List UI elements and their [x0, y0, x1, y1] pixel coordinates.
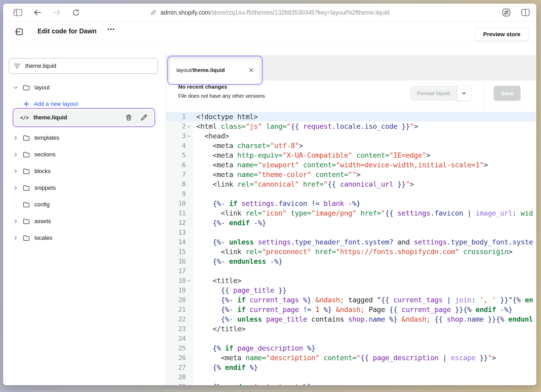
- code-line[interactable]: </title>: [192, 324, 536, 334]
- delete-file-icon[interactable]: [125, 114, 133, 121]
- line-number: 2: [166, 121, 192, 131]
- folder-icon: [22, 217, 30, 225]
- code-line[interactable]: <link rel="icon" type="image/png" href="…: [192, 208, 536, 218]
- fold-toggle-icon[interactable]: [187, 135, 191, 137]
- code-line[interactable]: {% render 'meta-tags' %}: [192, 382, 536, 385]
- sidebar-item-templates[interactable]: templates: [13, 133, 59, 143]
- line-number: 16: [166, 256, 192, 266]
- format-liquid-button[interactable]: Format liquid: [410, 86, 457, 101]
- sidebar-item-blocks[interactable]: blocks: [13, 166, 51, 176]
- chevron-right-icon[interactable]: [13, 135, 19, 141]
- code-line[interactable]: <html class="js" lang="{{ request.locale…: [192, 121, 536, 131]
- code-line[interactable]: [192, 228, 536, 237]
- tab-bar: layout/theme.liquid: [166, 55, 536, 81]
- code-line[interactable]: {%- unless settings.type_header_font.sys…: [192, 237, 536, 247]
- code-line[interactable]: {%- unless page_title contains shop.name…: [192, 314, 536, 324]
- address-bar[interactable]: admin.shopify.com/store/rzq1xu-f5/themes…: [150, 4, 390, 21]
- folder-icon: [22, 201, 30, 209]
- chevron-right-icon[interactable]: [13, 151, 19, 158]
- code-line[interactable]: <meta http-equiv="X-UA-Compatible" conte…: [192, 150, 536, 160]
- line-number: 13: [166, 228, 192, 237]
- line-number: 26: [166, 353, 192, 363]
- code-line[interactable]: {%- if current_page != 1 %} &ndash; Page…: [192, 305, 536, 314]
- sidebar-item-sections[interactable]: sections: [13, 149, 56, 160]
- code-line[interactable]: <meta name="theme-color" content="">: [192, 170, 536, 179]
- sidebar-item-snippets[interactable]: snippets: [13, 183, 56, 193]
- code-line[interactable]: {% endif %}: [192, 363, 536, 372]
- code-line[interactable]: [192, 372, 536, 382]
- chevron-right-icon[interactable]: [13, 185, 19, 191]
- code-line[interactable]: {% if page_description %}: [192, 343, 536, 353]
- chevron-right-icon[interactable]: [13, 235, 19, 241]
- split-view-icon[interactable]: [521, 9, 530, 16]
- line-number: 1: [166, 112, 192, 121]
- sidebar-item-layout[interactable]: layout: [13, 82, 50, 93]
- status-title: No recent changes: [178, 84, 227, 90]
- page-settings-icon[interactable]: [502, 8, 511, 17]
- preview-store-button[interactable]: Preview store: [475, 28, 529, 41]
- format-dropdown-button[interactable]: [457, 86, 471, 101]
- tab-path-prefix: layout/: [176, 67, 193, 73]
- code-line[interactable]: <!doctype html>: [192, 112, 536, 121]
- code-line[interactable]: <head>: [192, 131, 536, 141]
- sidebar-item-config[interactable]: config: [13, 199, 50, 210]
- tab-layout-theme-liquid[interactable]: layout/theme.liquid: [170, 59, 260, 81]
- code-line[interactable]: {%- endunless -%}: [192, 256, 536, 266]
- line-number: 12: [166, 218, 192, 228]
- sidebar-item-label: layout: [34, 84, 50, 91]
- folder-icon: [22, 234, 30, 242]
- chevron-down-icon[interactable]: [13, 84, 19, 91]
- sidebar-item-label: sections: [34, 151, 56, 158]
- code-line[interactable]: {{ page_title }}: [192, 285, 536, 295]
- code-line[interactable]: <meta name="viewport" content="width=dev…: [192, 160, 536, 170]
- rename-file-icon[interactable]: [140, 114, 148, 121]
- selected-file-annotation: </> theme.liquid: [13, 108, 155, 127]
- line-number: 4: [166, 141, 192, 150]
- save-button[interactable]: Save: [494, 86, 521, 101]
- sidebar-item-label: assets: [34, 218, 51, 225]
- fold-toggle-icon[interactable]: [187, 280, 191, 282]
- line-number: 6: [166, 160, 192, 170]
- url-path: /store/rzq1xu-f5/themes/132683530345?key…: [210, 9, 390, 16]
- sidebar-item-locales[interactable]: locales: [13, 233, 52, 243]
- code-line[interactable]: {%- endif -%}: [192, 218, 536, 228]
- sidebar-item-theme-liquid[interactable]: </> theme.liquid: [15, 110, 153, 125]
- chevron-right-icon[interactable]: [13, 168, 19, 174]
- plus-icon: [23, 101, 30, 107]
- code-line[interactable]: [192, 334, 536, 343]
- sidebar-item-assets[interactable]: assets: [13, 216, 51, 226]
- code-line[interactable]: <link rel="canonical" href="{{ canonical…: [192, 179, 536, 189]
- code-line[interactable]: [192, 266, 536, 276]
- code-line[interactable]: <link rel="preconnect" href="https://fon…: [192, 247, 536, 256]
- fold-toggle-icon[interactable]: [187, 125, 191, 128]
- code-line[interactable]: <meta name="description" content="{{ pag…: [192, 353, 536, 363]
- line-number: 15: [166, 247, 192, 256]
- code-line[interactable]: <title>: [192, 276, 536, 285]
- add-new-layout-button[interactable]: Add a new layout: [23, 99, 78, 109]
- back-icon[interactable]: [34, 9, 41, 16]
- code-line[interactable]: <meta charset="utf-8">: [192, 141, 536, 150]
- line-number: 25: [166, 343, 192, 353]
- tab-file-name: theme.liquid: [193, 67, 225, 73]
- code-line[interactable]: [192, 189, 536, 199]
- chevron-right-icon[interactable]: [13, 218, 19, 224]
- chevron-down-icon: [461, 90, 467, 96]
- code-line[interactable]: {%- if current_tags %} &ndash; tagged "{…: [192, 295, 536, 305]
- close-icon[interactable]: [249, 68, 254, 73]
- desktop-background: { "browser": { "url_domain": "admin.shop…: [0, 0, 541, 392]
- line-number: 8: [166, 179, 192, 189]
- code-line[interactable]: {%- if settings.favicon != blank -%}: [192, 199, 536, 208]
- reload-icon[interactable]: [72, 9, 80, 16]
- exit-code-editor-button[interactable]: [14, 27, 24, 37]
- file-search-box[interactable]: [9, 58, 158, 74]
- folder-icon: [22, 167, 30, 175]
- file-search-input[interactable]: [25, 62, 153, 70]
- code-content[interactable]: <!doctype html><html class="js" lang="{{…: [192, 112, 536, 385]
- more-actions-button[interactable]: •••: [107, 26, 115, 32]
- add-new-layout-label: Add a new layout: [34, 101, 78, 107]
- code-editor[interactable]: 1234567891011121314151617181920212223242…: [166, 112, 536, 385]
- forward-icon[interactable]: [53, 9, 61, 16]
- browser-sidebar-toggle-icon[interactable]: [14, 9, 22, 16]
- sidebar-item-label: blocks: [34, 168, 51, 175]
- line-number: 21: [166, 305, 192, 314]
